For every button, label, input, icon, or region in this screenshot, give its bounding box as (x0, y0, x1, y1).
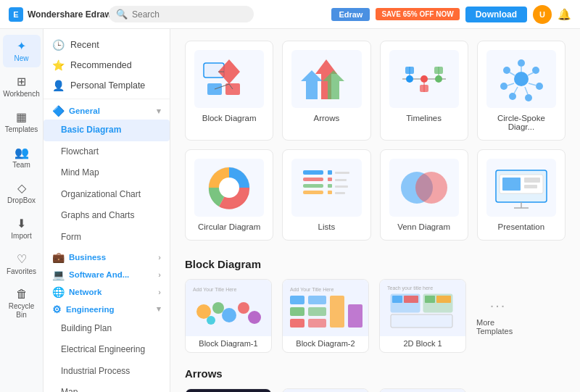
svg-rect-44 (328, 191, 332, 194)
download-button[interactable]: Download (465, 7, 527, 22)
content-area: Block Diagram Arrows (170, 29, 580, 392)
sidebar-sub-flowchart[interactable]: Flowchart (44, 141, 170, 163)
svg-text:Teach your title here: Teach your title here (387, 285, 433, 291)
software-icon: 💻 (52, 269, 65, 280)
recent-label: Recent (70, 40, 99, 50)
general-label: General (69, 107, 100, 115)
circular-thumb (194, 159, 264, 217)
dropbox-icon: ◇ (17, 181, 26, 195)
import-icon: ⬇ (17, 217, 26, 230)
svg-rect-43 (328, 184, 332, 188)
venn-label: Venn Diagram (397, 222, 450, 231)
template-block-more[interactable]: ··· More Templates (476, 279, 520, 353)
template-block-3[interactable]: Teach your title here 2D Block 1 (379, 279, 466, 353)
svg-line-29 (528, 72, 534, 75)
svg-point-64 (207, 316, 215, 325)
svg-point-25 (509, 93, 516, 100)
template-arrows-3[interactable]: Add Your Title Here (379, 388, 466, 392)
sidebar-section-business[interactable]: 💼 Business › (44, 249, 170, 266)
svg-rect-80 (436, 296, 451, 303)
search-bar[interactable]: 🔍 (109, 6, 254, 22)
svg-marker-8 (301, 70, 323, 99)
arrows3-thumb: Add Your Title Here (380, 389, 466, 392)
sidebar-sub-map[interactable]: Map (44, 382, 170, 392)
engineering-arrow: ▾ (157, 304, 161, 314)
nav-label-dropbox: DropBox (7, 196, 36, 205)
search-icon: 🔍 (116, 9, 128, 20)
lists-thumb (291, 159, 361, 217)
svg-point-13 (435, 75, 442, 83)
template-card-presentation[interactable]: Presentation (477, 149, 566, 241)
sidebar-sub-electrical[interactable]: Electrical Engineering (44, 339, 170, 361)
edraw-badge: Edraw (331, 8, 370, 21)
svg-point-62 (238, 302, 249, 314)
template-card-circle-spoke[interactable]: Circle-Spoke Diagr... (477, 41, 566, 141)
presentation-label: Presentation (498, 222, 545, 231)
sidebar-divider-1 (44, 99, 170, 99)
svg-rect-68 (290, 319, 304, 328)
template-card-venn[interactable]: Venn Diagram (380, 149, 468, 241)
sidebar-section-network[interactable]: 🌐 Network › (44, 283, 170, 301)
network-arrow: › (158, 288, 161, 296)
sidebar-item-dropbox[interactable]: ◇ DropBox (3, 177, 41, 209)
template-card-block-diagram[interactable]: Block Diagram (185, 41, 273, 141)
sidebar-sub-org-chart[interactable]: Organizational Chart (44, 184, 170, 206)
personal-label: Personal Template (70, 80, 145, 91)
new-icon: ✦ (17, 39, 26, 53)
sidebar-item-favorites[interactable]: ♡ Favorites (3, 248, 41, 280)
sidebar-item-new[interactable]: ✦ New (3, 35, 41, 67)
template-block-2[interactable]: Add Your Title Here Block Diagram-2 (282, 279, 369, 353)
business-label: Business (69, 253, 106, 262)
block2-label: Block Diagram-2 (283, 336, 368, 352)
template-arrows-2[interactable]: Add Your Title Here (282, 388, 369, 392)
sidebar-section-engineering[interactable]: ⚙ Engineering ▾ (44, 301, 170, 318)
sidebar-sub-form[interactable]: Form (44, 227, 170, 249)
template-card-circular[interactable]: Circular Diagram (185, 149, 273, 241)
sidebar-sub-basic-diagram[interactable]: Basic Diagram (44, 120, 170, 141)
sidebar-item-team[interactable]: 👥 Team (3, 141, 41, 174)
svg-point-24 (525, 94, 532, 101)
template-block-1[interactable]: Add Your Title Here Block Diagram-1 (185, 279, 272, 353)
main-area: ✦ New ⊞ Workbench ▦ Templates 👥 Team ◇ D… (0, 29, 580, 392)
software-arrow: › (158, 270, 161, 279)
sidebar-item-templates[interactable]: ▦ Templates (3, 106, 41, 138)
template-card-timelines[interactable]: Timelines (380, 41, 468, 141)
template-arrows-1[interactable]: Add Your Title Here (185, 388, 272, 392)
arrows-row: Add Your Title Here (185, 388, 566, 392)
template-card-arrows[interactable]: Arrows (282, 41, 370, 141)
sidebar-section-general[interactable]: 🔷 General ▾ (44, 102, 170, 120)
svg-rect-76 (392, 296, 402, 303)
sidebar-sub-industrial[interactable]: Industrial Process (44, 361, 170, 383)
bell-icon[interactable]: 🔔 (558, 8, 571, 21)
svg-rect-41 (328, 170, 332, 175)
sidebar-section-software[interactable]: 💻 Software And... › (44, 266, 170, 283)
save-badge: SAVE 65% OFF NOW (376, 8, 459, 20)
sidebar-sub-mind-map[interactable]: Mind Map (44, 162, 170, 184)
general-arrow: ▾ (157, 107, 161, 116)
software-label: Software And... (69, 270, 129, 279)
sidebar-recent[interactable]: 🕒 Recent (44, 35, 170, 55)
recommended-label: Recommended (70, 60, 132, 70)
svg-point-27 (503, 67, 510, 74)
sidebar-item-recycle[interactable]: 🗑 Recycle Bin (3, 283, 41, 324)
block3-thumb: Teach your title here (380, 280, 466, 336)
sidebar-recommended[interactable]: ⭐ Recommended (44, 55, 170, 75)
template-arrows-more[interactable]: ··· More Templates (476, 388, 520, 392)
sidebar-personal-template[interactable]: 👤 Personal Template (44, 75, 170, 96)
search-input[interactable] (132, 9, 246, 20)
template-card-lists[interactable]: Lists (282, 149, 370, 241)
svg-rect-55 (524, 185, 537, 188)
more-dots-block: ··· (490, 297, 507, 314)
sidebar-sub-building[interactable]: Building Plan (44, 318, 170, 340)
block1-label: Block Diagram-1 (186, 336, 271, 352)
svg-rect-42 (328, 178, 332, 181)
svg-rect-67 (290, 307, 304, 316)
circle-spoke-thumb (486, 50, 556, 108)
sidebar-item-workbench[interactable]: ⊞ Workbench (3, 70, 41, 103)
network-icon: 🌐 (52, 286, 65, 298)
arrows1-thumb: Add Your Title Here (186, 389, 272, 392)
sidebar-sub-graphs[interactable]: Graphs and Charts (44, 205, 170, 227)
sidebar-item-import[interactable]: ⬇ Import (3, 212, 41, 245)
avatar[interactable]: U (533, 5, 552, 24)
svg-point-20 (514, 72, 529, 86)
